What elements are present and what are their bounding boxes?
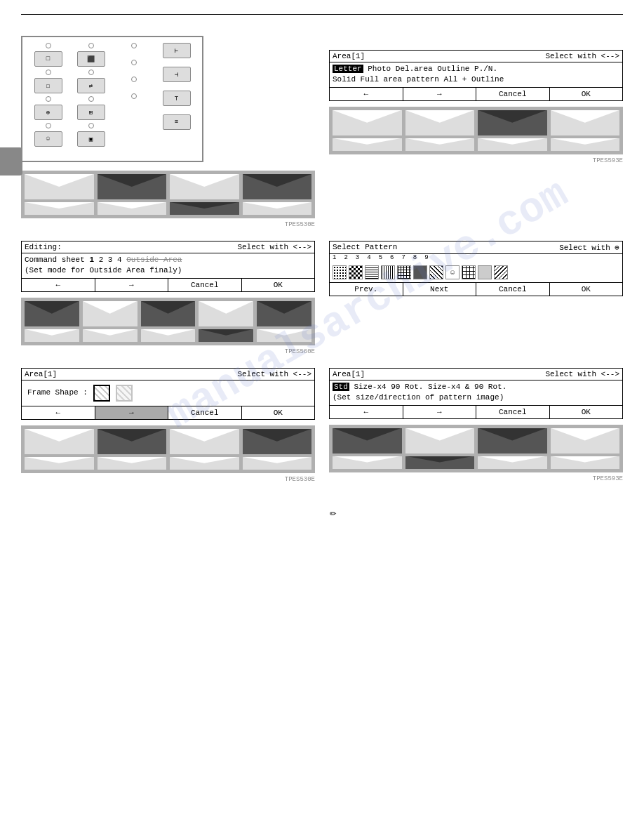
env-2l3 [141, 301, 196, 326]
area1-buttons: ← → Cancel OK [330, 87, 622, 100]
editing-line2: (Set mode for Outside Area finaly) [25, 265, 311, 276]
env-2 [98, 174, 167, 199]
frame-icon-selected [93, 385, 110, 402]
label-tpes593e-2: TPES593E [329, 475, 623, 482]
cp-col-1: □ ☐ ⊕ ☺ [28, 43, 68, 155]
env-3r8 [551, 456, 620, 469]
pattern-icon-11[interactable] [494, 265, 508, 279]
area1-size-btn-cancel[interactable]: Cancel [476, 406, 550, 418]
env-3r2 [405, 428, 475, 454]
top-divider [21, 14, 623, 15]
right-col-1: Area[1] Select with <--> Letter Photo De… [329, 36, 623, 237]
pattern-icon-3[interactable] [365, 265, 379, 279]
env-3l4 [243, 429, 312, 454]
editing-btn-right[interactable]: → [95, 279, 169, 291]
cp-btn-5[interactable]: ⬛ [77, 51, 105, 67]
frame-shape-title: Area[1] [25, 370, 57, 378]
area1-size-title-bar: Area[1] Select with <--> [330, 369, 622, 380]
cp-btn-8[interactable]: ▣ [77, 131, 105, 147]
env-3l3 [170, 429, 239, 454]
editing-line1: Command sheet 1 2 3 4 Outside Area [25, 255, 311, 265]
pattern-icon-7[interactable] [429, 265, 443, 279]
cp-btn-9[interactable]: ⊢ [163, 43, 191, 58]
env-2l10 [257, 329, 311, 342]
select-pattern-btn-cancel[interactable]: Cancel [476, 283, 550, 296]
strip-1-right [329, 107, 623, 154]
select-pattern-btn-next[interactable]: Next [403, 283, 477, 296]
cp-col-4: ⊢ ⊣ ⊤ ≡ [156, 43, 196, 155]
cp-btn-2[interactable]: ☐ [34, 78, 62, 93]
editing-btn-ok[interactable]: OK [242, 279, 315, 291]
env-3l6 [98, 457, 167, 470]
label-tpes560e: TPES560E [21, 348, 315, 355]
pattern-icons-row: ☺ [330, 263, 622, 282]
cp-btn-10[interactable]: ⊣ [163, 67, 191, 82]
pnum-8: 8 [413, 254, 417, 261]
cp-circle-10 [131, 60, 137, 65]
cp-btn-7[interactable]: ⊞ [77, 105, 105, 120]
select-pattern-buttons: Prev. Next Cancel OK [330, 282, 622, 296]
row3-section: Area[1] Select with <--> Frame Shape : ←… [21, 368, 623, 491]
frame-shape-title-bar: Area[1] Select with <--> [22, 369, 314, 380]
pattern-icon-8[interactable]: ☺ [445, 265, 459, 279]
select-pattern-title-bar: Select Pattern Select with ⊕ [330, 241, 622, 254]
cp-btn-12[interactable]: ≡ [163, 114, 191, 130]
frame-shape-btn-right[interactable]: → [95, 406, 169, 419]
env-r5 [333, 138, 402, 151]
envelope-row-3l [25, 429, 311, 454]
strip-3-right [329, 425, 623, 472]
cp-btn-1[interactable]: □ [34, 51, 62, 67]
select-pattern-select-label: Select with ⊕ [559, 243, 619, 252]
area1-size-btn-left[interactable]: ← [330, 406, 403, 418]
area1-size-content: Std Size-x4 90 Rot. Size-x4 & 90 Rot. (S… [330, 380, 622, 405]
cp-btn-11[interactable]: ⊤ [163, 91, 191, 106]
pattern-icon-4[interactable] [381, 265, 395, 279]
env-1 [25, 174, 94, 199]
cp-circle-6 [88, 70, 94, 75]
area1-size-btn-right[interactable]: → [403, 406, 477, 418]
pattern-icon-1[interactable] [333, 265, 347, 279]
pattern-icon-2[interactable] [349, 265, 363, 279]
frame-shape-btn-cancel[interactable]: Cancel [168, 406, 242, 419]
pattern-icon-10[interactable] [478, 265, 492, 279]
area1-options-line1: Letter Photo Del.area Outline P./N. [333, 64, 619, 74]
editing-content: Command sheet 1 2 3 4 Outside Area (Set … [22, 253, 314, 278]
cp-circle-2 [46, 70, 51, 75]
label-tpes530e-2: TPES530E [21, 476, 315, 483]
right-col-3: Area[1] Select with <--> Std Size-x4 90 … [329, 368, 623, 491]
cp-circle-1 [46, 43, 51, 48]
frame-shape-dialog: Area[1] Select with <--> Frame Shape : ←… [21, 368, 315, 420]
left-col-1: □ ☐ ⊕ ☺ ⬛ ⇄ ⊞ ▣ [21, 36, 315, 237]
area1-options-line2: Solid Full area pattern All + Outline [333, 74, 619, 85]
editing-btn-left[interactable]: ← [22, 279, 95, 291]
editing-btn-cancel[interactable]: Cancel [168, 279, 242, 291]
cp-circle-9 [131, 43, 137, 48]
area1-size-opts: Size-x4 90 Rot. Size-x4 & 90 Rot. [354, 383, 507, 391]
pattern-icon-6[interactable] [413, 265, 427, 279]
env-2l7 [83, 329, 137, 342]
area1-size-btn-ok[interactable]: OK [550, 406, 623, 418]
area1-btn-ok[interactable]: OK [550, 88, 623, 100]
area1-btn-right[interactable]: → [403, 88, 477, 100]
select-pattern-btn-prev[interactable]: Prev. [330, 283, 403, 296]
pattern-icon-9[interactable] [462, 265, 476, 279]
env-2l4 [199, 301, 253, 326]
pnum-3: 3 [356, 254, 359, 261]
select-pattern-btn-ok[interactable]: OK [550, 283, 623, 296]
select-pattern-dialog: Select Pattern Select with ⊕ 1 2 3 4 5 6… [329, 241, 623, 296]
pattern-icon-5[interactable] [397, 265, 411, 279]
env-3l5 [25, 457, 94, 470]
cp-btn-3[interactable]: ⊕ [34, 105, 62, 120]
env-3l2 [98, 429, 167, 454]
area1-btn-left[interactable]: ← [330, 88, 403, 100]
env-7 [170, 202, 239, 215]
env-2l5 [257, 301, 311, 326]
frame-shape-btn-left[interactable]: ← [22, 406, 95, 419]
envelope-row-1b [25, 202, 311, 215]
frame-shape-btn-ok[interactable]: OK [242, 406, 315, 419]
env-3l7 [170, 457, 239, 470]
cp-btn-4[interactable]: ☺ [34, 131, 62, 147]
cp-btn-6[interactable]: ⇄ [77, 78, 105, 93]
pnum-2: 2 [344, 254, 347, 261]
area1-btn-cancel[interactable]: Cancel [476, 88, 550, 100]
